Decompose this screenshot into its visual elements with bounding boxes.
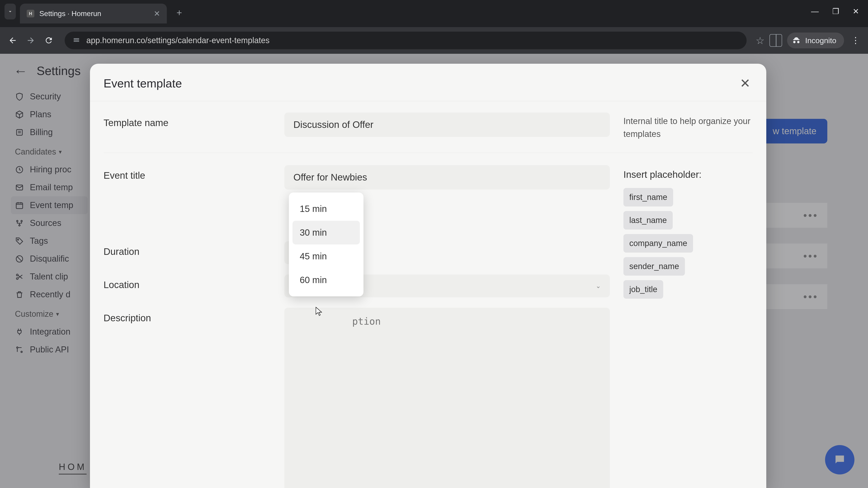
nav-reload-button[interactable] <box>42 34 56 47</box>
duration-dropdown: 15 min 30 min 45 min 60 min <box>289 193 364 296</box>
modal-body: Template name Internal title to help org… <box>90 101 766 488</box>
tab-favicon: H <box>27 10 34 18</box>
tab-search-button[interactable] <box>4 4 16 20</box>
template-name-row: Template name Internal title to help org… <box>103 112 753 153</box>
window-controls: — ❐ ✕ <box>811 7 859 16</box>
browser-tab-active[interactable]: H Settings · Homerun ✕ <box>20 4 167 24</box>
duration-option-30[interactable]: 30 min <box>292 221 360 245</box>
description-label: Description <box>103 308 271 324</box>
duration-label: Duration <box>103 241 271 257</box>
template-name-hint: Internal title to help organize your tem… <box>623 112 753 140</box>
window-close-button[interactable]: ✕ <box>852 7 859 16</box>
location-label: Location <box>103 274 271 290</box>
modal-close-button[interactable]: ✕ <box>740 76 750 91</box>
incognito-icon <box>792 36 801 45</box>
event-title-input[interactable] <box>284 165 610 190</box>
tab-close-icon[interactable]: ✕ <box>154 9 160 18</box>
tab-title: Settings · Homerun <box>39 9 149 18</box>
app-viewport: ← Settings Security Plans Billing Candid… <box>0 54 868 488</box>
site-info-icon[interactable] <box>72 36 81 45</box>
url-text: app.homerun.co/settings/calendar-event-t… <box>86 36 270 45</box>
incognito-badge[interactable]: Incognito <box>787 33 844 48</box>
side-panel-button[interactable] <box>770 34 782 47</box>
incognito-label: Incognito <box>805 36 836 45</box>
url-bar[interactable]: app.homerun.co/settings/calendar-event-t… <box>65 32 747 49</box>
description-textarea[interactable] <box>284 308 610 488</box>
browser-tab-strip: H Settings · Homerun ✕ + — ❐ ✕ <box>0 0 868 27</box>
description-row: Description <box>103 308 753 488</box>
browser-toolbar: app.homerun.co/settings/calendar-event-t… <box>0 27 868 54</box>
nav-back-button[interactable] <box>6 34 20 47</box>
window-minimize-button[interactable]: — <box>811 7 819 16</box>
duration-option-45[interactable]: 45 min <box>292 245 360 268</box>
modal-header: Event template ✕ <box>90 64 766 101</box>
new-tab-button[interactable]: + <box>174 7 185 19</box>
placeholder-chip-last-name[interactable]: last_name <box>623 211 673 230</box>
chevron-down-icon: ⌄ <box>596 282 601 290</box>
nav-forward-button[interactable] <box>24 34 37 47</box>
modal-title: Event template <box>103 76 182 90</box>
event-template-modal: Event template ✕ Template name Internal … <box>90 64 766 488</box>
placeholder-chip-job-title[interactable]: job_title <box>623 280 663 299</box>
event-title-label: Event title <box>103 165 271 181</box>
duration-option-15[interactable]: 15 min <box>292 197 360 221</box>
placeholder-chip-first-name[interactable]: first_name <box>623 188 673 206</box>
placeholder-chip-sender-name[interactable]: sender_name <box>623 257 685 275</box>
duration-option-60[interactable]: 60 min <box>292 268 360 292</box>
browser-menu-button[interactable]: ⋮ <box>849 35 862 45</box>
bookmark-star-icon[interactable]: ☆ <box>756 35 765 46</box>
template-name-label: Template name <box>103 112 271 128</box>
template-name-input[interactable] <box>284 112 610 137</box>
placeholder-label: Insert placeholder: <box>623 167 753 182</box>
window-maximize-button[interactable]: ❐ <box>832 7 839 16</box>
